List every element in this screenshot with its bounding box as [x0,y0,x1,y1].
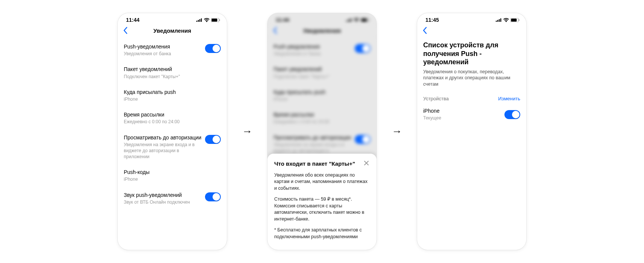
row-title: Звук push-уведомлений [124,192,202,198]
back-button[interactable] [122,27,129,34]
nav-bar: Уведомления [267,24,377,38]
status-icons [196,18,220,22]
setting-row-sound[interactable]: Звук push-уведомлений Звук от ВТБ Онлайн… [124,188,221,210]
svg-rect-20 [519,19,519,21]
wifi-icon [354,18,359,22]
sheet-body: Уведомления обо всех операциях по картам… [274,172,370,240]
wifi-icon [503,18,509,22]
row-sub: iPhone [124,96,218,102]
svg-rect-15 [497,20,498,22]
svg-rect-1 [198,20,199,22]
toggle-preview[interactable] [205,135,221,144]
toggle-push[interactable] [205,44,221,53]
row-title: Куда присылать push [124,89,218,95]
row-sub: Звук от ВТБ Онлайн подключен [124,199,202,205]
svg-rect-2 [199,19,200,22]
page-description: Уведомления о покупках, переводах, плате… [417,69,526,94]
section-label: Устройства [423,96,449,101]
status-time: 11:44 [276,17,289,23]
nav-bar [417,24,526,38]
row-sub: Подключен пакет "Карты+" [124,74,218,80]
svg-rect-17 [500,18,501,22]
svg-rect-6 [219,19,220,21]
setting-row-preview[interactable]: Просматривать до авторизации Уведомления… [124,130,221,165]
status-time: 11:44 [126,17,140,23]
status-icons [496,18,519,22]
devices-section-header: Устройства Изменить [417,94,526,104]
status-icons [346,18,370,22]
wifi-icon [204,18,210,22]
svg-rect-14 [496,21,497,22]
setting-row-push[interactable]: Push-уведомления Уведомления от банка [124,39,221,62]
svg-rect-0 [196,21,197,22]
svg-rect-13 [369,19,370,21]
setting-row-where[interactable]: Куда присылать push iPhone [124,85,221,107]
setting-row-codes[interactable]: Push-коды iPhone [124,165,221,187]
row-sub: Ежедневно с 0:00 по 24:00 [124,119,218,125]
device-row[interactable]: iPhone Текущее [417,104,526,124]
page-title: Уведомления [267,27,377,34]
toggle-device[interactable] [504,110,520,119]
svg-rect-7 [346,21,347,22]
chevron-left-icon [123,27,128,34]
device-name: iPhone [423,107,441,114]
row-title: Push-уведомления [124,43,202,50]
cellular-icon [346,18,352,22]
cellular-icon [196,18,202,22]
svg-rect-5 [212,18,217,21]
status-time: 11:45 [425,17,439,23]
svg-rect-10 [351,18,352,22]
status-bar: 11:44 [118,13,227,24]
back-button[interactable] [421,27,428,34]
chevron-left-icon [422,27,427,34]
cellular-icon [496,18,502,22]
svg-rect-3 [201,18,202,22]
phone-screen-2: 11:44 Уведомления Push-уведомленияУведом… [267,13,377,250]
row-title: Время рассылки [124,111,218,118]
row-title: Пакет уведомлений [124,66,218,73]
row-sub: Уведомления на экране входа и в виджете … [124,142,202,160]
chevron-left-icon [273,27,277,34]
svg-rect-12 [361,18,367,21]
close-button[interactable] [363,160,370,166]
sheet-paragraph: Стоимость пакета — 59 ₽ в месяц*. Комисс… [274,196,370,222]
sheet-paragraph: * Бесплатно для зарплатных клиентов с по… [274,227,370,240]
row-sub: iPhone [124,176,218,182]
svg-rect-16 [499,19,500,22]
status-bar: 11:44 [267,13,377,24]
phone-screen-1: 11:44 Уведомления Push-уведомления Уведо… [118,13,227,250]
phone-screen-3: 11:45 Список устройств для получения Pus… [417,13,526,250]
battery-icon [510,18,519,22]
settings-list: Push-уведомления Уведомления от банка Па… [118,38,227,212]
sheet-paragraph: Уведомления обо всех операциях по картам… [274,172,370,192]
svg-rect-8 [348,20,349,22]
flow-arrow-icon: → [392,125,402,138]
battery-icon [361,18,370,22]
battery-icon [211,18,220,22]
row-sub: Уведомления от банка [124,51,202,57]
setting-row-package[interactable]: Пакет уведомлений Подключен пакет "Карты… [124,62,221,85]
bottom-sheet: Что входит в пакет "Карты+" Уведомления … [267,154,377,250]
nav-bar: Уведомления [118,24,227,38]
flow-arrow-icon: → [242,125,252,138]
device-status: Текущее [423,115,441,121]
close-icon [364,160,369,166]
row-title: Просматривать до авторизации [124,134,202,141]
back-button[interactable] [271,27,279,34]
setting-row-schedule[interactable]: Время рассылки Ежедневно с 0:00 по 24:00 [124,107,221,130]
edit-button[interactable]: Изменить [498,96,520,101]
svg-rect-19 [511,18,517,21]
toggle-sound[interactable] [205,192,221,201]
row-title: Push-коды [124,169,218,175]
status-bar: 11:45 [417,13,526,24]
page-heading: Список устройств для получения Push - ув… [417,38,526,69]
page-title: Уведомления [118,27,227,34]
svg-rect-9 [349,19,350,22]
sheet-title: Что входит в пакет "Карты+" [274,160,363,167]
